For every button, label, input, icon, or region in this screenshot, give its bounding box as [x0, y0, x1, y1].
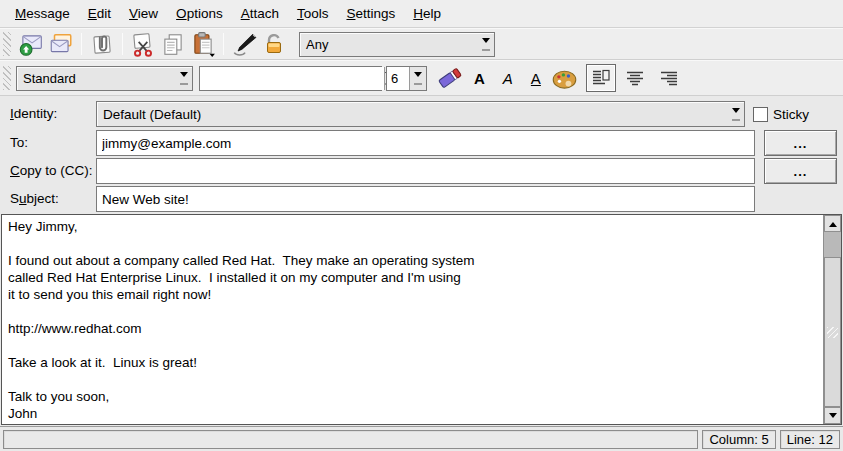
identity-combobox[interactable]: Default (Default)	[96, 101, 745, 127]
queue-mail-icon	[48, 31, 74, 57]
cut-button[interactable]	[128, 30, 158, 58]
cc-address-picker-button[interactable]: ...	[764, 158, 837, 184]
sign-pen-icon	[231, 31, 257, 57]
priority-value: Any	[300, 33, 477, 56]
menu-item-message[interactable]: Message	[6, 3, 79, 24]
italic-icon[interactable]: A	[503, 71, 513, 86]
toolbar-separator	[81, 33, 82, 55]
paragraph-style-value: Standard	[17, 67, 175, 90]
copy-icon	[160, 31, 186, 57]
queue-mail-button[interactable]	[46, 30, 76, 58]
to-label: To:	[10, 135, 28, 150]
send-mail-button[interactable]	[16, 30, 46, 58]
scroll-down-button[interactable]	[824, 407, 841, 424]
toolbar-separator	[122, 33, 123, 55]
menu-item-tools[interactable]: Tools	[288, 3, 338, 24]
encrypt-lock-icon	[262, 32, 286, 56]
paragraph-style-combobox[interactable]: Standard	[16, 66, 193, 91]
arrow-down-icon	[829, 413, 837, 422]
subject-input[interactable]	[96, 186, 755, 212]
priority-combobox[interactable]: Any	[299, 32, 495, 57]
sticky-label: Sticky	[773, 107, 809, 122]
font-size-input[interactable]	[387, 67, 409, 90]
to-address-picker-button[interactable]: ...	[764, 130, 837, 156]
align-left-button[interactable]	[586, 64, 616, 92]
remove-formatting-button[interactable]	[435, 64, 465, 92]
copy-button[interactable]	[158, 30, 188, 58]
menu-item-attach[interactable]: Attach	[232, 3, 288, 24]
status-column-indicator: Column: 5	[702, 430, 775, 449]
identity-value: Default (Default)	[97, 102, 727, 126]
attach-file-button[interactable]	[87, 30, 117, 58]
sign-message-button[interactable]	[229, 30, 259, 58]
status-line-indicator: Line: 12	[780, 430, 840, 449]
bold-icon[interactable]: A	[474, 71, 485, 86]
palette-icon	[551, 65, 578, 92]
align-right-button[interactable]	[654, 64, 684, 92]
format-toolbar: Standard A A A	[0, 60, 843, 96]
menu-item-edit[interactable]: Edit	[79, 3, 120, 24]
menu-item-help[interactable]: Help	[404, 3, 450, 24]
toolbar-drag-handle[interactable]	[3, 66, 11, 90]
align-left-icon	[589, 66, 613, 90]
mail-composer-window: Message Edit View Options Attach Tools S…	[0, 0, 843, 451]
menu-bar: Message Edit View Options Attach Tools S…	[0, 0, 843, 28]
vertical-scrollbar[interactable]	[823, 215, 841, 424]
message-body-text[interactable]: Hey Jimmy, I found out about a company c…	[2, 215, 823, 424]
align-center-icon	[623, 66, 647, 90]
sticky-checkbox[interactable]	[753, 107, 768, 122]
align-center-button[interactable]	[620, 64, 650, 92]
attach-file-icon	[89, 31, 115, 57]
send-mail-icon	[18, 31, 44, 57]
dropdown-arrow-icon[interactable]	[175, 67, 192, 90]
paste-button[interactable]	[188, 30, 218, 58]
dropdown-arrow-icon[interactable]	[477, 33, 494, 56]
text-color-button[interactable]	[550, 64, 580, 92]
status-bar: Column: 5 Line: 12	[0, 426, 843, 451]
menu-item-settings[interactable]: Settings	[337, 3, 404, 24]
menu-item-view[interactable]: View	[120, 3, 167, 24]
grip-icon	[827, 327, 838, 338]
eraser-icon	[437, 65, 463, 91]
toolbar-drag-handle[interactable]	[3, 32, 11, 56]
dropdown-arrow-icon[interactable]	[727, 102, 744, 126]
status-message-panel	[3, 430, 698, 449]
cut-icon	[130, 31, 156, 57]
scrollbar-thumb[interactable]	[824, 257, 841, 407]
underline-icon[interactable]: A	[531, 71, 541, 86]
encrypt-message-button[interactable]	[259, 30, 289, 58]
font-family-input[interactable]	[200, 67, 384, 90]
paste-icon	[190, 31, 216, 57]
identity-label: Identity:	[10, 106, 57, 121]
align-right-icon	[657, 66, 681, 90]
font-size-combobox[interactable]	[386, 66, 427, 91]
cc-input[interactable]	[96, 158, 755, 184]
toolbar-separator	[223, 33, 224, 55]
cc-label: Copy to (CC):	[10, 163, 93, 178]
scroll-up-button[interactable]	[824, 215, 841, 232]
main-toolbar: Any	[0, 28, 843, 60]
to-input[interactable]	[96, 130, 755, 156]
subject-label: Subject:	[10, 191, 59, 206]
dropdown-arrow-icon[interactable]	[409, 67, 426, 90]
arrow-up-icon	[829, 218, 837, 227]
font-family-combobox[interactable]	[199, 66, 382, 91]
menu-item-options[interactable]: Options	[167, 3, 232, 24]
message-body-editor[interactable]: Hey Jimmy, I found out about a company c…	[1, 214, 842, 425]
